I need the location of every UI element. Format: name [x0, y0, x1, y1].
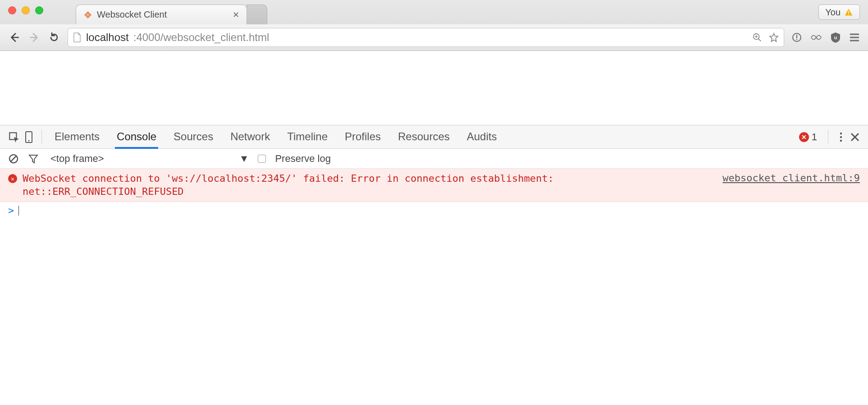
- devtools-tab-resources[interactable]: Resources: [397, 126, 451, 148]
- error-icon: ✕: [8, 174, 17, 183]
- devtools-tab-profiles[interactable]: Profiles: [344, 126, 382, 148]
- bookmark-star-icon[interactable]: [768, 32, 779, 43]
- toolbar-extensions: u: [791, 32, 860, 43]
- separator: [41, 130, 42, 144]
- svg-line-22: [11, 156, 16, 161]
- error-count-value: 1: [812, 131, 817, 143]
- svg-text:u: u: [834, 35, 837, 40]
- window-minimize-button[interactable]: [22, 6, 30, 14]
- clear-console-icon[interactable]: [8, 153, 19, 164]
- console-toolbar: <top frame> ▼ Preserve log: [0, 149, 868, 169]
- console-message-text: WebSocket connection to 'ws://localhost:…: [23, 172, 717, 198]
- extension-ublock-icon[interactable]: u: [830, 32, 841, 43]
- devtools-tab-sources[interactable]: Sources: [173, 126, 214, 148]
- devtools-tab-network[interactable]: Network: [229, 126, 271, 148]
- devtools-close-icon[interactable]: [850, 132, 860, 142]
- svg-point-15: [28, 140, 30, 141]
- extension-2-icon[interactable]: [810, 32, 822, 42]
- devtools-main-bar: ElementsConsoleSourcesNetworkTimelinePro…: [0, 125, 868, 149]
- forward-button[interactable]: [28, 31, 41, 44]
- svg-rect-0: [848, 11, 849, 14]
- devtools-tab-timeline[interactable]: Timeline: [286, 126, 329, 148]
- navigation-bar: localhost:4000/websocket_client.html u: [0, 24, 868, 51]
- browser-tab[interactable]: Websocket Client ✕: [76, 5, 247, 24]
- preserve-log-label: Preserve log: [275, 153, 331, 165]
- console-message-source-link[interactable]: websocket client.html:9: [722, 172, 860, 198]
- page-icon: [73, 32, 82, 43]
- error-badge-icon: ✕: [799, 132, 809, 142]
- svg-rect-8: [796, 39, 797, 40]
- svg-rect-1: [848, 14, 849, 15]
- hamburger-menu-icon[interactable]: [849, 33, 860, 42]
- window-controls: [8, 6, 43, 14]
- console-output: ✕ WebSocket connection to 'ws://localhos…: [0, 169, 868, 405]
- url-path: :4000/websocket_client.html: [133, 31, 270, 44]
- tab-favicon-icon: [83, 10, 92, 19]
- filter-icon[interactable]: [28, 153, 39, 164]
- back-button[interactable]: [8, 31, 21, 44]
- new-tab-button[interactable]: [247, 5, 267, 24]
- devtools-tab-console[interactable]: Console: [116, 126, 157, 148]
- svg-point-17: [840, 136, 842, 138]
- console-message-error: ✕ WebSocket connection to 'ws://localhos…: [0, 169, 868, 202]
- devtools-tab-elements[interactable]: Elements: [54, 126, 101, 148]
- tab-close-button[interactable]: ✕: [233, 10, 239, 20]
- extension-1-icon[interactable]: [791, 32, 802, 43]
- devtools-tabs: ElementsConsoleSourcesNetworkTimelinePro…: [54, 126, 498, 148]
- svg-rect-7: [796, 35, 797, 38]
- prompt-chevron-icon: >: [8, 205, 14, 216]
- devtools-tab-audits[interactable]: Audits: [466, 126, 498, 148]
- devtools-kebab-icon[interactable]: [839, 132, 843, 143]
- error-counter[interactable]: ✕ 1: [799, 131, 817, 143]
- window-close-button[interactable]: [8, 6, 16, 14]
- inspect-element-icon[interactable]: [8, 131, 20, 143]
- chevron-down-icon: ▼: [239, 153, 249, 165]
- url-host: localhost: [86, 31, 129, 44]
- svg-line-3: [758, 39, 761, 41]
- window-zoom-button[interactable]: [35, 6, 43, 14]
- execution-context-select[interactable]: <top frame> ▼: [48, 153, 249, 165]
- frame-label: <top frame>: [50, 153, 104, 165]
- browser-chrome: Websocket Client ✕ You localhost:: [0, 0, 868, 51]
- reload-button[interactable]: [48, 31, 60, 44]
- tab-title: Websocket Client: [97, 9, 167, 20]
- svg-point-16: [840, 132, 842, 134]
- address-bar[interactable]: localhost:4000/websocket_client.html: [68, 28, 784, 47]
- text-cursor: [18, 206, 19, 216]
- console-prompt[interactable]: >: [0, 202, 868, 219]
- profile-label: You: [825, 7, 841, 18]
- separator: [828, 130, 828, 144]
- devtools-panel: ElementsConsoleSourcesNetworkTimelinePro…: [0, 125, 868, 405]
- warning-icon: [844, 8, 853, 17]
- tab-strip: Websocket Client ✕ You: [0, 0, 868, 24]
- svg-point-18: [840, 139, 842, 141]
- device-mode-icon[interactable]: [24, 131, 33, 143]
- preserve-log-checkbox[interactable]: [258, 155, 266, 163]
- page-viewport: [0, 51, 868, 125]
- zoom-icon[interactable]: [752, 32, 762, 42]
- profile-button[interactable]: You: [818, 5, 860, 20]
